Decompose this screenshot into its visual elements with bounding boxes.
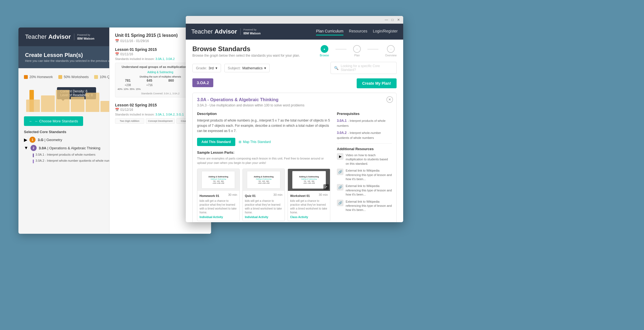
- prereq-item-2: 3.0A.2 - Interpret whole-number quotient…: [337, 130, 392, 140]
- lesson-card-homework: Adding & Subtracting Adding & Subtractin…: [197, 169, 240, 221]
- front-step-overview-label: Overview: [385, 54, 397, 57]
- map-icon: ⊞: [239, 140, 241, 144]
- resource-text-1: Video on how to teach multiplication to …: [346, 153, 392, 166]
- front-step-browse: ● Browse: [320, 45, 329, 57]
- detail-main: Description Interpret products of whole …: [197, 112, 330, 221]
- back-std-badge-2: 2: [31, 145, 37, 151]
- front-step-browse-label: Browse: [320, 54, 329, 57]
- standards-search[interactable]: 🔍 Looking for a specific Core Standard?: [331, 62, 397, 74]
- resource-link-icon-3: 🔗: [337, 200, 343, 206]
- subject-filter[interactable]: Subject: Mathematics ▾: [224, 64, 270, 72]
- back-bar-2: [41, 95, 55, 112]
- hw-card-time: 30 min: [228, 193, 237, 196]
- front-nav-login-register[interactable]: Login/Register: [373, 29, 398, 34]
- prereq-link-1[interactable]: 3.0A.1: [337, 119, 346, 123]
- back-legend-quizzes-dot: [94, 75, 98, 79]
- front-logo-text: Teacher Advisor: [191, 28, 237, 35]
- resource-link-icon-1: 🔗: [337, 169, 343, 175]
- standard-detail-card: ✕ 3.0A - Operations & Algebraic Thinking…: [192, 93, 397, 222]
- description-text: Interpret products of whole numbers (e.g…: [197, 118, 330, 134]
- browse-title: Browse Standards Browse the graph below …: [192, 45, 300, 57]
- front-step-connector-1: [335, 49, 346, 50]
- hw-card-img-grid: 781645860 +632+238+258: [212, 180, 224, 184]
- grade-filter-label: Grade:: [196, 66, 207, 70]
- search-icon: 🔍: [334, 66, 339, 70]
- back-bar-1: [26, 100, 40, 112]
- hw-card-name: Homework 01: [200, 194, 219, 197]
- subject-filter-label: Subject:: [228, 66, 241, 70]
- detail-sidebar: Prerequisites 3.0A.1 - Interpret product…: [337, 112, 392, 221]
- lesson-card-homework-img: Adding & Subtracting Adding & Subtractin…: [197, 169, 239, 191]
- back-std-sub-1-text: 3.0A.1 - Interpret products of whole num…: [36, 153, 95, 156]
- lesson-cards: Adding & Subtracting Adding & Subtractin…: [197, 169, 330, 221]
- quiz-card-time: 30 min: [273, 193, 282, 196]
- additional-resources-label: Additional Resources: [337, 147, 392, 151]
- choose-btn-label: ← Choose More Standards: [35, 119, 78, 123]
- ws-card-img-subtitle: Adding & Subtracting: [301, 178, 316, 180]
- maximize-button[interactable]: □: [391, 18, 394, 22]
- search-placeholder: Looking for a specific Core Standard?: [341, 64, 393, 72]
- create-plan-button[interactable]: Create My Plan!: [357, 78, 397, 88]
- front-nav-resources[interactable]: Resources: [349, 29, 367, 34]
- ws-card-type: Class Activity: [290, 216, 328, 219]
- resource-item-3: 🔗 External link to Wikipedia referencing…: [337, 184, 392, 197]
- add-standard-button[interactable]: Add This Standard: [197, 138, 235, 146]
- back-bar-3: [56, 90, 70, 112]
- map-btn-label: Map This Standard: [243, 140, 271, 144]
- grade-chevron-icon: ▾: [215, 66, 217, 70]
- prereq-item-1: 3.0A.1 - Interpret products of whole num…: [337, 118, 392, 128]
- quiz-card-img-title: Adding & Subtracting: [254, 176, 274, 178]
- lesson-1-standards-links[interactable]: 3.0A.1, 3.0A.2: [155, 57, 175, 61]
- close-button[interactable]: ✕: [397, 18, 400, 22]
- window-chrome: — □ ✕: [186, 16, 403, 24]
- lesson-2-card-1: Two Digit Addition: [115, 118, 144, 124]
- back-std-label-2: 3.0A | Operations & Algebraic Thinking: [39, 146, 100, 150]
- front-logo: Teacher Advisor Powered by IBM Watson: [191, 28, 261, 35]
- resource-item-1: ▶ Video on how to teach multiplication t…: [337, 153, 392, 166]
- front-step-overview-circle: ○: [387, 45, 395, 53]
- browse-page-subtitle: Browse the graph below then select the s…: [192, 54, 300, 57]
- minimize-button[interactable]: —: [384, 18, 388, 22]
- lesson-card-quiz-body: Quiz 01 30 min kids will get a chance to…: [243, 191, 285, 221]
- resource-text-3: External link to Wikipedia referencing t…: [346, 184, 392, 197]
- front-step-browse-circle: ●: [321, 45, 328, 53]
- grade-filter-value: 3rd: [209, 66, 214, 70]
- map-standard-button[interactable]: ⊞ Map This Standard: [239, 140, 271, 144]
- front-step-plan-label: Plan: [354, 54, 360, 57]
- standard-card-close-button[interactable]: ✕: [386, 96, 393, 103]
- lesson-2-card-2: Concept Development: [146, 118, 175, 124]
- front-logo-powered: Powered by IBM Watson: [240, 28, 261, 35]
- choose-btn-arrow-icon: ←: [29, 119, 32, 123]
- front-step-nav: ● Browse ○ Plan ○ Overview: [320, 45, 397, 57]
- filter-row: Grade: 3rd ▾ Subject: Mathematics ▾ 🔍 Lo…: [192, 62, 397, 74]
- choose-more-standards-button[interactable]: ← ← Choose More Standards: [24, 116, 83, 126]
- prerequisites-label: Prerequisites: [337, 112, 392, 116]
- ws-card-desc: kids will get a chance to practice what …: [290, 199, 328, 215]
- back-logo: Teacher Advisor Powered by IBM Watson: [25, 33, 94, 40]
- back-std-sub-1-bar: [33, 153, 34, 157]
- front-nav-plan-curriculum[interactable]: Plan Curriculum: [316, 29, 343, 34]
- resource-video-icon: ▶: [337, 153, 343, 160]
- subject-chevron-icon: ▾: [264, 66, 266, 70]
- prereq-link-2[interactable]: 3.0A.2: [337, 131, 346, 135]
- ws-card-img-title: Adding & Subtracting: [299, 176, 319, 178]
- hw-card-img-title: Adding & Subtracting: [208, 176, 228, 178]
- front-step-overview: ○ Overview: [385, 45, 397, 57]
- quiz-card-name: Quiz 01: [245, 194, 256, 197]
- lesson-card-quiz-inner: Adding & Subtracting Adding & Subtractin…: [247, 171, 280, 189]
- lesson-2-standards-links[interactable]: 3.0A.1, 3.0A.2, 3.G.1: [155, 113, 184, 116]
- quiz-card-type: Individual Activity: [245, 216, 283, 219]
- back-std-label-1: 3.G | Geometry: [38, 138, 62, 142]
- quiz-card-img-subtitle: Adding & Subtracting: [256, 178, 271, 180]
- ws-card-img-grid: 781645860 +632+238+258: [303, 180, 315, 184]
- resource-item-2: 🔗 External link to Wikipedia referencing…: [337, 169, 392, 181]
- lesson-card-quiz: Adding & Subtracting Adding & Subtractin…: [242, 169, 285, 221]
- detail-layout: Description Interpret products of whole …: [197, 112, 392, 221]
- grade-filter[interactable]: Grade: 3rd ▾: [192, 64, 221, 72]
- hw-card-type: Individual Activity: [200, 216, 237, 219]
- front-page-content: Browse Standards Browse the graph below …: [186, 40, 403, 222]
- back-bar-4: [71, 97, 84, 112]
- front-step-plan: ○ Plan: [353, 45, 361, 57]
- resource-item-4: 🔗 External link to Wikipedia referencing…: [337, 200, 392, 212]
- back-std-badge-1: 1: [29, 137, 36, 143]
